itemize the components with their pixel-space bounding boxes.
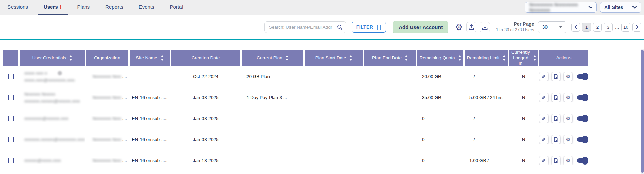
column-header-site-name[interactable]: Site Name: [130, 50, 170, 66]
column-header-remaining-limit[interactable]: Remaining Limit: [465, 50, 508, 66]
organization-suffix: ....: [122, 137, 127, 142]
import-button[interactable]: [480, 22, 490, 32]
tab-users[interactable]: Users!: [38, 0, 68, 15]
filter-button[interactable]: FILTER: [352, 22, 386, 33]
billing-info-button[interactable]: [552, 72, 560, 81]
site-name-cell: EN-16 on sub .....: [130, 158, 170, 163]
search-icon[interactable]: [337, 24, 343, 30]
page-3-button[interactable]: 3: [604, 23, 613, 32]
sort-control[interactable]: [458, 55, 461, 61]
user-settings-button[interactable]: ⚙: [564, 114, 573, 123]
sort-control[interactable]: [161, 55, 164, 61]
sort-desc-icon[interactable]: [349, 59, 352, 61]
user-settings-button[interactable]: ⚙: [564, 93, 573, 102]
gear-icon: ⚙: [565, 74, 570, 79]
page-10-button[interactable]: 10: [621, 23, 630, 32]
sites-select[interactable]: All Sites: [600, 2, 641, 13]
sort-desc-icon[interactable]: [69, 59, 72, 61]
column-header-user-credentials[interactable]: User Credentials: [20, 50, 85, 66]
billing-info-button[interactable]: [552, 93, 560, 102]
row-checkbox[interactable]: [8, 116, 14, 121]
expand-user-button[interactable]: [539, 156, 548, 165]
user-settings-button[interactable]: ⚙: [564, 156, 573, 165]
sort-desc-icon[interactable]: [503, 59, 506, 61]
user-enabled-toggle[interactable]: [577, 116, 588, 121]
column-header-creation-date[interactable]: Creation Date: [171, 50, 240, 66]
currently-logged-in-cell: N: [509, 116, 538, 121]
next-page-button[interactable]: [632, 23, 641, 32]
sort-desc-icon[interactable]: [405, 59, 408, 61]
billing-info-icon: [553, 74, 558, 79]
gear-icon: ⚙: [565, 116, 570, 121]
user-enabled-toggle[interactable]: [577, 158, 588, 163]
currently-logged-in-cell: N: [509, 95, 538, 100]
user-settings-button[interactable]: ⚙: [564, 135, 573, 144]
expand-user-button[interactable]: [539, 135, 548, 144]
sort-control[interactable]: [503, 55, 506, 61]
sort-asc-icon[interactable]: [349, 55, 352, 57]
column-header-current-plan[interactable]: Current Plan: [242, 50, 303, 66]
organization-select[interactable]: Nnnnnnnn Nnnnnnnn Nnnnnnn: [525, 2, 597, 13]
sort-asc-icon[interactable]: [533, 55, 536, 57]
sort-asc-icon[interactable]: [161, 55, 164, 57]
column-header-currently-logged-in[interactable]: Currently Logged In: [509, 50, 538, 66]
user-settings-button[interactable]: ⚙: [564, 72, 573, 81]
sort-desc-icon[interactable]: [533, 59, 536, 61]
sort-desc-icon[interactable]: [286, 59, 288, 61]
billing-info-button[interactable]: [552, 156, 560, 165]
tab-sessions[interactable]: Sessions: [1, 0, 34, 15]
sort-asc-icon[interactable]: [286, 55, 288, 57]
row-checkbox[interactable]: [8, 137, 14, 142]
tab-events[interactable]: Events: [133, 0, 160, 15]
row-checkbox[interactable]: [8, 74, 14, 79]
billing-info-button[interactable]: [552, 135, 560, 144]
user-name-redacted: nnnn nnn n: [24, 71, 47, 76]
row-checkbox[interactable]: [8, 95, 14, 100]
page-1-button[interactable]: 1: [582, 23, 591, 32]
row-select-cell: [3, 158, 18, 163]
tab-plans[interactable]: Plans: [71, 0, 96, 15]
chevron-left-icon: [574, 25, 577, 29]
column-header-plan-end-date[interactable]: Plan End Date: [364, 50, 416, 66]
column-header-plan-start-date[interactable]: Plan Start Date: [305, 50, 363, 66]
sort-control[interactable]: [533, 55, 536, 61]
sort-asc-icon[interactable]: [405, 55, 408, 57]
plan-start-date-cell: --: [305, 137, 363, 142]
scrollbar-thumb[interactable]: [641, 50, 644, 173]
sort-desc-icon[interactable]: [458, 59, 461, 61]
user-credentials-cell: nnnnn@nnnn.nnn: [20, 157, 85, 164]
sort-control[interactable]: [286, 55, 288, 61]
column-header-remaining-quota[interactable]: Remaining Quota: [417, 50, 463, 66]
search-input[interactable]: [268, 24, 335, 30]
sort-control[interactable]: [349, 55, 352, 61]
sort-asc-icon[interactable]: [69, 55, 72, 57]
export-button[interactable]: [466, 22, 476, 32]
expand-user-button[interactable]: [539, 72, 548, 81]
prev-page-button[interactable]: [571, 23, 580, 32]
spacer: [193, 0, 521, 15]
expand-user-button[interactable]: [539, 93, 548, 102]
row-checkbox[interactable]: [8, 158, 14, 163]
remaining-limit-cell: -- / --: [465, 137, 508, 142]
tab-portal[interactable]: Portal: [164, 0, 189, 15]
sort-control[interactable]: [69, 55, 72, 61]
user-enabled-toggle[interactable]: [577, 95, 588, 100]
sort-control[interactable]: [405, 55, 408, 61]
billing-info-button[interactable]: [552, 114, 560, 123]
organization-suffix: ....: [122, 158, 127, 163]
per-page-select[interactable]: 30: [538, 21, 566, 33]
user-enabled-toggle[interactable]: [577, 74, 588, 79]
sort-desc-icon[interactable]: [161, 59, 164, 61]
vertical-scrollbar[interactable]: [641, 49, 644, 174]
sort-asc-icon[interactable]: [503, 55, 506, 57]
user-enabled-toggle[interactable]: [577, 137, 588, 142]
expand-user-button[interactable]: [539, 114, 548, 123]
column-header-organization[interactable]: Organization: [86, 50, 128, 66]
tab-reports[interactable]: Reports: [99, 0, 129, 15]
page-2-button[interactable]: 2: [593, 23, 602, 32]
add-user-account-button[interactable]: Add User Account: [393, 21, 448, 33]
table-settings-button[interactable]: ⚙: [455, 23, 463, 32]
sort-asc-icon[interactable]: [458, 55, 461, 57]
filter-sliders-icon: [376, 25, 382, 30]
toggle-knob: [581, 157, 588, 165]
